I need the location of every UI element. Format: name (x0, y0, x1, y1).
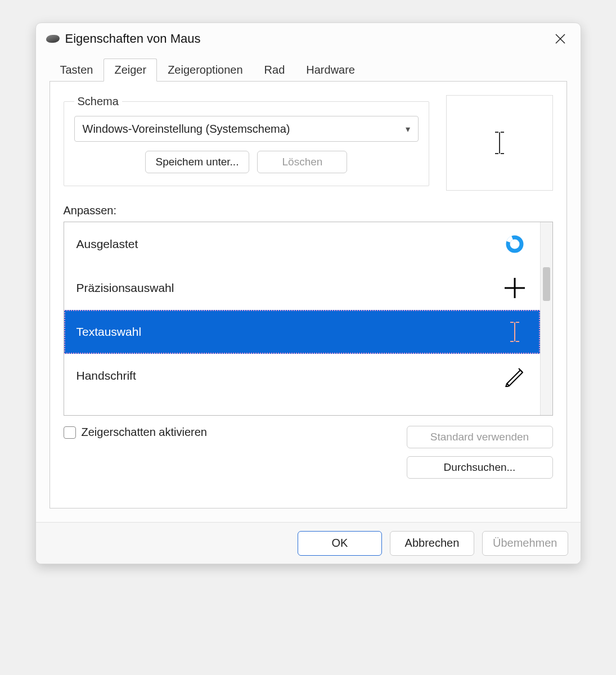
mouse-properties-dialog: Eigenschaften von Maus Tasten Zeiger Zei… (35, 22, 581, 564)
list-item-handschrift[interactable]: Handschrift (64, 354, 540, 398)
dialog-footer: OK Abbrechen Übemehmen (36, 522, 581, 564)
use-default-button: Standard verwenden (407, 426, 553, 448)
close-icon (555, 34, 565, 44)
scrollbar-thumb[interactable] (543, 267, 550, 301)
delete-button: Löschen (257, 151, 347, 173)
checkbox-label: Zeigerschatten aktivieren (82, 426, 207, 439)
tab-strip: Tasten Zeiger Zeigeroptionen Rad Hardwar… (50, 58, 567, 81)
pen-icon (502, 363, 528, 389)
titlebar: Eigenschaften von Maus (36, 23, 581, 55)
cursor-preview (446, 95, 553, 191)
list-scrollbar[interactable] (540, 222, 552, 415)
ibeam-icon (493, 130, 506, 155)
list-item-label: Handschrift (77, 369, 136, 382)
dialog-title: Eigenschaften von Maus (65, 32, 201, 46)
ibeam-icon (502, 319, 528, 345)
pointer-shadow-checkbox[interactable]: Zeigerschatten aktivieren (64, 426, 207, 439)
schema-dropdown[interactable]: Windows-Voreinstellung (Systemschema) ▾ (74, 116, 419, 142)
tab-rad[interactable]: Rad (254, 58, 296, 82)
tab-hardware[interactable]: Hardware (295, 58, 366, 82)
schema-group: Schema Windows-Voreinstellung (Systemsch… (64, 95, 429, 186)
list-item-ausgelastet[interactable]: Ausgelastet (64, 222, 540, 266)
tab-panel-zeiger: Schema Windows-Voreinstellung (Systemsch… (50, 81, 567, 508)
tab-zeigeroptionen[interactable]: Zeigeroptionen (157, 58, 253, 82)
checkbox-box[interactable] (64, 426, 76, 439)
customize-label: Anpassen: (64, 204, 553, 217)
list-item-praezisionsauswahl[interactable]: Präzisionsauswahl (64, 266, 540, 310)
cursor-list: Ausgelastet Präzisionsauswahl (64, 222, 553, 416)
close-button[interactable] (548, 26, 573, 51)
apply-button: Übemehmen (482, 531, 568, 556)
crosshair-icon (502, 275, 528, 301)
list-item-label: Präzisionsauswahl (77, 281, 174, 295)
mouse-icon (45, 35, 60, 43)
ok-button[interactable]: OK (298, 531, 382, 556)
schema-legend: Schema (74, 95, 122, 108)
busy-ring-icon (502, 231, 528, 257)
list-item-label: Ausgelastet (77, 237, 138, 251)
cancel-button[interactable]: Abbrechen (390, 531, 474, 556)
list-item-label: Textauswahl (77, 325, 142, 339)
save-as-button[interactable]: Speichem unter... (145, 151, 250, 173)
tab-tasten[interactable]: Tasten (50, 58, 104, 82)
list-item-textauswahl[interactable]: Textauswahl (64, 310, 540, 354)
browse-button[interactable]: Durchsuchen... (407, 456, 553, 479)
tab-zeiger[interactable]: Zeiger (104, 58, 157, 82)
schema-dropdown-value: Windows-Voreinstellung (Systemschema) (83, 123, 290, 136)
chevron-down-icon: ▾ (406, 124, 410, 134)
